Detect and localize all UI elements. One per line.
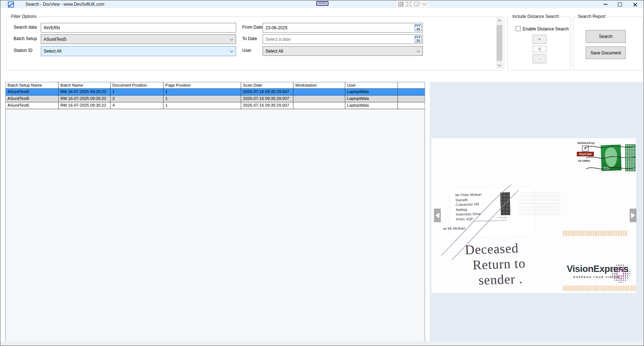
previous-page-button[interactable] [434,209,441,222]
search-data-input[interactable] [41,23,236,33]
from-date-input[interactable] [263,23,413,32]
cell-workstation[interactable] [293,102,345,109]
column-header[interactable]: Scan Date [241,82,293,88]
orange-frank-mark [563,286,636,291]
save-document-button[interactable]: Save Document [586,47,626,59]
results-grid: Batch Setup Name Batch Name Document Pos… [5,82,425,342]
station-id-label: Station ID [14,48,33,53]
cell-page-position[interactable]: 1 [164,96,241,102]
scanned-envelope-image: Delivered by ♛ Royal Mail C9 10001 2ND [431,138,636,293]
orange-frank-mark [563,230,627,236]
calendar-icon[interactable]: 15 [415,24,421,31]
brand-iris-logo [611,264,630,283]
cell-document-position[interactable]: 3 [111,96,164,102]
chevron-down-icon [230,37,234,40]
scroll-down-icon[interactable] [497,62,501,66]
batch-setup-value: ASunilTest5 [44,37,66,42]
resize-fit-icon[interactable] [406,1,411,7]
arrow-left-icon [435,213,439,218]
column-header[interactable]: Batch Setup Name [6,82,59,88]
user-label: User [242,48,251,53]
search-data-label: Search data [14,25,37,30]
close-icon [633,2,638,7]
column-header[interactable]: Batch Name [59,82,111,88]
column-header[interactable]: Page Position [164,82,241,88]
minimize-button[interactable] [599,0,611,8]
search-report-group: Search Report Search Save Document [573,16,643,70]
distance-value-field[interactable]: 0 [533,46,546,52]
app-icon [8,1,14,8]
scroll-up-icon[interactable] [497,19,501,23]
grid-view-icon[interactable] [398,1,404,7]
minimize-icon [604,4,608,5]
cell-batch-setup-name[interactable]: ASunilTest5 [6,89,59,95]
user-value: Select All [265,49,283,54]
enable-distance-label: Enable Distance Search [523,26,569,31]
title-grip-widget[interactable] [316,1,328,6]
to-date-input[interactable] [263,35,413,44]
cell-page-position[interactable]: 1 [164,89,241,95]
to-date-label: To Date [242,36,257,41]
cell-scan-date[interactable]: 2025-07-16 09:35:29.007 [241,89,293,95]
restore-icon [618,3,622,6]
distance-search-title: Include Distance Search [511,14,561,19]
search-report-title: Search Report [576,14,607,19]
titlebar-toolbar [396,0,429,8]
column-header[interactable]: Document Position [111,82,164,88]
cell-scan-date[interactable]: 2025-07-16 09:35:29.007 [241,102,293,109]
cell-batch-setup-name[interactable]: ASunilTest5 [6,102,59,109]
distance-decrease-button[interactable]: - [533,54,546,63]
cell-workstation[interactable] [293,96,345,102]
station-id-dropdown[interactable]: Select All [41,46,236,56]
cell-page-position[interactable]: 1 [164,102,241,109]
chevron-down-icon[interactable] [422,1,427,7]
restore-button[interactable] [614,0,626,8]
window-bottom-edge [0,341,644,346]
monitor-icon[interactable] [414,1,419,7]
user-dropdown[interactable]: Select All [263,46,423,56]
filter-options-title: Filter Options [9,14,38,19]
cell-batch-setup-name[interactable]: ASunilTest5 [6,96,59,102]
cell-user[interactable]: LaptopWala [345,96,398,102]
close-button[interactable] [628,0,642,8]
table-row[interactable]: ASunilTest5 RM 16-07-2025 09:35:22 1 1 2… [6,89,425,96]
column-header[interactable]: Workstation [293,82,345,88]
cell-user[interactable]: LaptopWala [345,89,398,95]
chevron-down-icon [230,49,234,53]
title-bar[interactable]: Search - DocView - www.DevSoftUK.com [0,0,644,8]
cell-batch-name[interactable]: RM 16-07-2025 09:35:22 [59,89,111,95]
batch-setup-label: Batch Setup [14,36,37,41]
cell-batch-name[interactable]: RM 16-07-2025 09:35:22 [59,102,111,109]
cell-workstation[interactable] [293,89,345,95]
window-title: Search - DocView - www.DevSoftUK.com [25,2,104,7]
to-date-picker[interactable]: 15 [263,34,423,44]
calendar-icon[interactable]: 15 [415,36,421,43]
distance-increase-button[interactable]: + [533,35,546,44]
cell-user[interactable]: LaptopWala [345,102,398,109]
enable-distance-checkbox[interactable] [516,26,521,31]
batch-setup-dropdown[interactable]: ASunilTest5 [41,34,236,44]
station-id-value: Select All [44,49,61,54]
cell-scan-date[interactable]: 2025-07-16 09:35:29.007 [241,96,293,102]
from-date-label: From Date [242,25,263,30]
cell-document-position[interactable]: 4 [111,102,164,109]
next-page-button[interactable] [630,209,636,222]
table-row[interactable]: ASunilTest5 RM 16-07-2025 09:35:22 4 1 2… [6,102,425,109]
grid-header-row: Batch Setup Name Batch Name Document Pos… [6,82,425,89]
cell-batch-name[interactable]: RM 16-07-2025 09:35:22 [59,96,111,102]
from-date-picker[interactable]: 15 [263,23,423,33]
scrollbar-thumb[interactable] [497,25,502,61]
handwritten-note: Deceased Return to sender . [462,240,526,288]
app-window: Search - DocView - www.DevSoftUK.com Fil [0,0,644,346]
cancellation-wavy-lines [585,142,636,173]
filter-options-group: Filter Options Search data Batch Setup A… [6,16,504,70]
search-button[interactable]: Search [586,30,626,43]
distance-search-group: Include Distance Search Enable Distance … [507,16,570,70]
cell-document-position[interactable]: 1 [111,89,164,95]
table-row[interactable]: ASunilTest5 RM 16-07-2025 09:35:22 3 1 2… [6,96,425,102]
chevron-down-icon [417,49,420,52]
document-preview-panel: Delivered by ♛ Royal Mail C9 10001 2ND [430,82,643,342]
arrow-right-icon [631,213,635,218]
filter-scrollbar[interactable] [496,17,503,69]
column-header[interactable]: User [345,82,398,88]
